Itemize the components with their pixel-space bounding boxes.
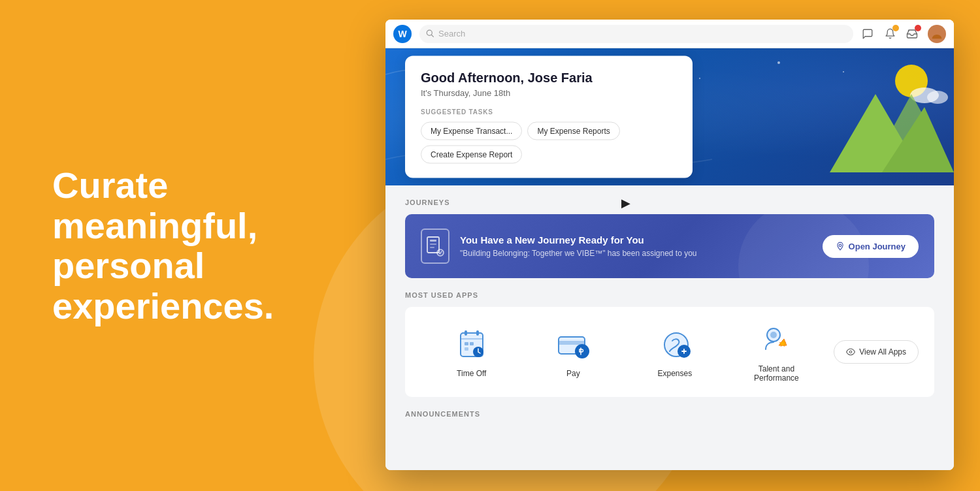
journey-text: You Have a New Journey Ready for You "Bu… — [460, 234, 697, 258]
journey-subtitle: "Building Belonging: Together we VIBE™" … — [460, 249, 697, 258]
view-all-label: View All Apps — [859, 347, 906, 356]
task-btn-create-expense[interactable]: Create Expense Report — [421, 146, 522, 164]
task-btn-expense-transactions[interactable]: My Expense Transact... — [421, 122, 522, 140]
notification-badge — [892, 25, 899, 31]
task-buttons: My Expense Transact... My Expense Report… — [421, 122, 677, 164]
user-avatar[interactable] — [928, 25, 946, 43]
app-label-talent: Talent andPerformance — [754, 364, 799, 383]
app-item-time-off[interactable]: Time Off — [421, 326, 523, 378]
svg-rect-21 — [465, 347, 468, 351]
app-label-time-off: Time Off — [457, 369, 486, 378]
browser-window: W Search — [385, 20, 954, 470]
svg-rect-18 — [461, 338, 483, 340]
suggested-tasks-label: SUGGESTED TASKS — [421, 108, 677, 116]
svg-point-29 — [770, 332, 777, 338]
announcements-label: ANNOUNCEMENTS — [405, 410, 934, 418]
chat-icon[interactable] — [861, 27, 874, 40]
open-journey-button[interactable]: Open Journey — [823, 235, 919, 258]
expenses-icon — [657, 326, 693, 362]
svg-rect-24 — [559, 341, 585, 345]
left-panel: Curate meaningful, personal experiences. — [52, 165, 327, 326]
inbox-icon[interactable] — [906, 27, 919, 40]
app-label-pay: Pay — [566, 369, 580, 378]
main-content: Good Afternoon, Jose Faria It's Thursday… — [385, 48, 954, 470]
svg-point-5 — [927, 91, 948, 104]
star-decoration — [777, 61, 780, 64]
svg-rect-10 — [430, 240, 436, 242]
svg-rect-16 — [465, 330, 467, 336]
journey-card: You Have a New Journey Ready for You "Bu… — [405, 214, 934, 278]
apps-label: MOST USED APPS — [405, 291, 934, 299]
cursor: ▶ — [621, 196, 630, 210]
app-label-expenses: Expenses — [658, 369, 693, 378]
journeys-label: JOURNEYS — [405, 198, 934, 206]
journey-title: You Have a New Journey Ready for You — [460, 234, 697, 246]
svg-point-2 — [934, 29, 939, 33]
greeting-card: Good Afternoon, Jose Faria It's Thursday… — [405, 56, 693, 178]
journeys-section: JOURNEYS You Have a New — [385, 185, 954, 291]
date-text: It's Thursday, June 18th — [421, 88, 677, 98]
svg-rect-20 — [470, 342, 474, 345]
eye-icon — [846, 347, 855, 356]
search-icon — [426, 29, 434, 38]
star-decoration — [699, 78, 700, 79]
browser-toolbar: W Search — [385, 20, 954, 48]
view-all-apps-button[interactable]: View All Apps — [834, 340, 919, 364]
toolbar-actions — [861, 25, 946, 43]
workday-logo: W — [393, 25, 412, 43]
map-pin-icon — [836, 242, 845, 251]
inbox-badge — [915, 25, 921, 31]
notifications-icon[interactable] — [883, 27, 896, 40]
svg-rect-19 — [465, 342, 468, 345]
svg-point-25 — [575, 344, 589, 358]
svg-point-32 — [849, 351, 852, 353]
app-item-expenses[interactable]: Expenses — [624, 326, 726, 378]
svg-rect-12 — [430, 247, 434, 248]
pay-icon — [555, 326, 591, 362]
app-item-pay[interactable]: Pay — [523, 326, 625, 378]
search-placeholder: Search — [438, 29, 465, 39]
apps-card: Time Off Pay — [405, 307, 934, 397]
svg-line-1 — [432, 35, 434, 37]
app-item-talent[interactable]: Talent andPerformance — [726, 321, 828, 383]
headline: Curate meaningful, personal experiences. — [52, 165, 327, 326]
svg-point-14 — [839, 244, 841, 247]
hero-banner: Good Afternoon, Jose Faria It's Thursday… — [385, 48, 954, 185]
journey-left: You Have a New Journey Ready for You "Bu… — [421, 229, 697, 264]
time-off-icon — [453, 326, 490, 362]
mountain-illustration — [810, 55, 954, 185]
journey-icon — [421, 229, 449, 264]
apps-section: MOST USED APPS — [385, 291, 954, 410]
search-bar[interactable]: Search — [419, 25, 853, 43]
announcements-section: ANNOUNCEMENTS — [385, 410, 954, 439]
task-btn-expense-reports[interactable]: My Expense Reports — [527, 122, 619, 140]
talent-icon — [758, 321, 794, 358]
svg-rect-17 — [476, 330, 479, 336]
open-journey-label: Open Journey — [849, 242, 906, 251]
svg-rect-11 — [430, 244, 436, 245]
greeting-text: Good Afternoon, Jose Faria — [421, 71, 677, 86]
